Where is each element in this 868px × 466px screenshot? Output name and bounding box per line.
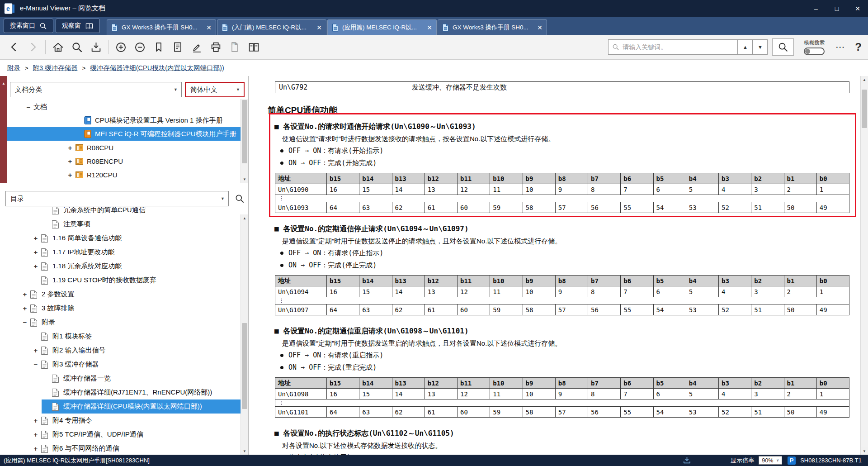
back-button[interactable] [5,37,24,57]
toc-item[interactable]: −附录 [0,315,248,329]
docked-panel-scrollbar[interactable]: ▲ [0,76,7,183]
toc-scrollbar[interactable]: ▲ ▼ [241,214,248,455]
scroll-up-icon[interactable]: ▲ [241,214,248,222]
expand-icon[interactable]: + [31,431,41,438]
watch-window-button[interactable]: 观察窗 [56,19,100,33]
zoom-out-button[interactable] [130,37,149,57]
scroll-up-icon[interactable]: ▲ [2,81,5,183]
search-window-button[interactable]: 搜索窗口 [4,19,53,33]
expand-icon[interactable]: + [65,157,75,165]
document-tree-item[interactable]: −文档 [7,100,241,114]
document-tree-item[interactable]: MELSEC iQ-R 可编程控制器CPU模块用户手册 [7,127,241,141]
breadcrumb-link[interactable]: 附3 缓冲存储器 [33,64,78,72]
expand-icon[interactable]: + [31,248,41,256]
expand-icon[interactable]: + [31,347,41,354]
expand-icon[interactable]: + [31,417,41,424]
toc-item[interactable]: 冗余系统中的简单CPU通信 [0,207,248,217]
document-tree-item[interactable]: CPU模块记录设置工具 Version 1 操作手册 [7,114,241,127]
zoom-level-dropdown[interactable]: 90% ∨ [759,456,782,465]
breadcrumb-link[interactable]: 附录 [7,64,20,72]
bookmark-button[interactable] [149,37,168,57]
toc-item[interactable]: +附6 与不同网络的通信 [0,442,248,455]
scrollbar-thumb[interactable] [242,100,247,163]
toc-search-button[interactable] [231,191,248,206]
document-tab[interactable]: GX Works3 操作手册 SH0...✕ [438,19,547,35]
expand-icon[interactable]: + [20,304,30,312]
tab-close-icon[interactable]: ✕ [206,24,212,31]
download-button[interactable] [86,37,105,57]
keyword-search-input[interactable] [623,43,734,51]
document-tab[interactable]: (入门篇) MELSEC iQ-R以...✕ [217,19,326,35]
search-button[interactable] [67,37,86,57]
breadcrumb-link[interactable]: 缓冲存储器详细(CPU模块(内置以太网端口部)) [90,64,224,72]
toc-item[interactable]: 附1 模块标签 [0,329,248,343]
expand-icon[interactable]: + [65,171,75,179]
memo-button[interactable] [168,37,187,57]
expand-icon[interactable]: + [20,290,30,298]
tab-close-icon[interactable]: ✕ [427,24,432,31]
execute-search-button[interactable] [772,38,794,56]
more-options-button[interactable]: ⋯ [835,42,845,52]
document-tab[interactable]: GX Works3 操作手册 SH0...✕ [107,19,216,35]
home-button[interactable] [48,37,67,57]
toc-item[interactable]: +1.18 冗余系统对应功能 [0,259,248,273]
collapse-icon[interactable]: − [24,103,33,111]
toc-item[interactable]: +附2 输入输出信号 [0,343,248,357]
tab-close-icon[interactable]: ✕ [316,24,322,31]
expand-icon[interactable]: + [65,144,75,152]
scrollbar-thumb[interactable] [862,90,867,128]
maximize-button[interactable]: □ [826,0,847,17]
toc-item[interactable]: +附4 专用指令 [0,414,248,428]
document-tab[interactable]: (应用篇) MELSEC iQ-R以...✕ [327,19,437,35]
search-previous-button[interactable]: ▲ [738,39,753,55]
document-tree-item[interactable]: +R08CPU [7,141,241,154]
scrollbar-thumb[interactable] [242,323,247,409]
toc-item[interactable]: 缓冲存储器详细(RJ71EN71、RnENCPU(网络部)) [0,385,248,399]
close-button[interactable]: ✕ [847,0,868,17]
document-tree-item[interactable]: +R08ENCPU [7,154,241,168]
annotation-pen-button[interactable] [187,37,206,57]
toc-item[interactable]: −附3 缓冲存储器 [0,357,248,371]
scroll-down-icon[interactable]: ▼ [861,447,868,455]
toc-item[interactable]: +2 参数设置 [0,287,248,301]
zoom-in-button[interactable] [111,37,130,57]
toc-item[interactable]: 缓冲存储器一览 [0,371,248,385]
expand-icon[interactable]: + [31,445,41,452]
split-view-button[interactable] [244,37,263,57]
toc-item[interactable]: 注意事项 [0,217,248,231]
scroll-down-icon[interactable]: ▼ [241,176,248,183]
toc-item[interactable]: 缓冲存储器详细(CPU模块(内置以太网端口部)) [0,399,248,414]
toc-dropdown[interactable]: 目录 ▼ [5,191,229,206]
triangle-down-icon: ▼ [758,44,763,50]
expand-icon[interactable]: + [31,234,41,242]
print-button[interactable] [206,37,225,57]
content-scrollbar[interactable]: ▲ ▼ [860,76,868,455]
expand-icon[interactable]: + [31,262,41,270]
collapse-icon[interactable]: − [20,319,30,326]
pdf-button[interactable]: PDF [225,37,244,57]
search-next-button[interactable]: ▼ [753,39,768,55]
fuzzy-search-toggle[interactable] [804,48,825,55]
tab-close-icon[interactable]: ✕ [537,24,542,31]
section-body: 对各设置No.以下述位模式存储数据发送接收的状态。 [282,441,860,450]
toc-item[interactable]: +附5 TCP/IP通信、UDP/IP通信 [0,428,248,442]
chevron-down-icon: ▼ [232,87,240,92]
document-icon [41,276,52,285]
document-category-dropdown[interactable]: 文档分类 ▼ [10,82,182,97]
minimize-button[interactable]: – [806,0,826,17]
watch-window-label: 观察窗 [62,22,81,30]
toc-item-inner: −附3 缓冲存储器 [31,357,248,371]
document-tree-scrollbar[interactable]: ▼ [241,99,248,183]
toc-item[interactable]: +1.16 简单设备通信功能 [0,231,248,245]
toc-item[interactable]: 1.19 CPU STOP时的接收数据废弃 [0,273,248,287]
page-mode-badge[interactable]: P [788,456,796,465]
toc-item[interactable]: +1.17 IP地址更改功能 [0,245,248,259]
scroll-down-icon[interactable]: ▼ [241,447,248,455]
language-dropdown[interactable]: 简体中文 ▼ [185,82,245,97]
help-button[interactable]: ? [855,41,862,53]
collapse-icon[interactable]: − [31,361,41,368]
scroll-up-icon[interactable]: ▲ [861,76,868,83]
document-tree-item[interactable]: +R120CPU [7,168,241,181]
toc-item[interactable]: +3 故障排除 [0,301,248,315]
forward-button[interactable] [24,37,42,57]
